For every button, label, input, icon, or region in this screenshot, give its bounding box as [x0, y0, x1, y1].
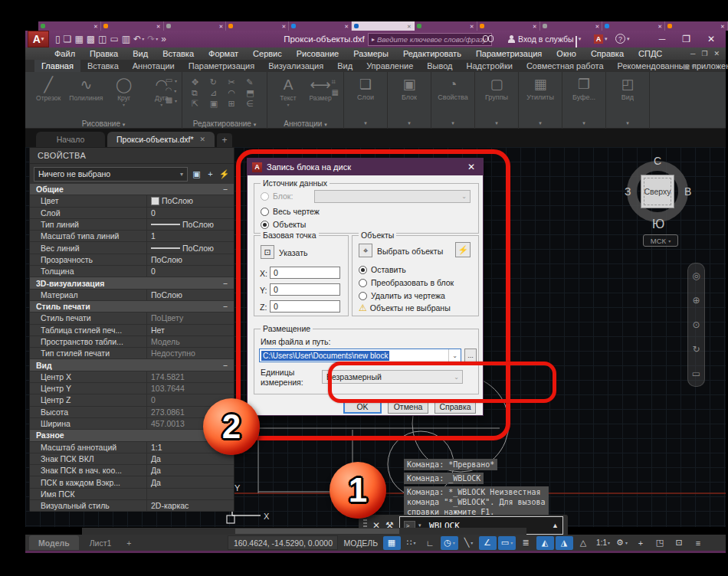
nav-tool-icon[interactable]: ↻	[692, 344, 700, 355]
new-tab-button[interactable]: +	[217, 133, 232, 147]
property-value[interactable]: 0	[146, 208, 234, 218]
tab-close-icon[interactable]: ✕	[720, 24, 725, 29]
property-row[interactable]: Визуальный стиль 2D-каркас	[30, 500, 234, 512]
small-tool-icon[interactable]: ▦	[332, 88, 339, 97]
panel-title[interactable]: Рисование ▾	[25, 119, 182, 128]
property-value[interactable]: Недоступно	[146, 348, 234, 358]
edit-tool-icon[interactable]: ⬒	[246, 88, 259, 98]
property-row[interactable]: Вид	[30, 359, 234, 371]
ribbon-button[interactable]: ∿ Полилиния	[69, 77, 103, 107]
edit-tool-icon[interactable]: ⇱	[192, 99, 205, 109]
viewcube-top-face[interactable]: Сверху	[641, 175, 674, 208]
ribbon-button[interactable]: А Текст ▾	[275, 77, 301, 107]
background-browser-tab[interactable]: ✕	[415, 21, 477, 31]
tab-start[interactable]: Начало	[36, 132, 105, 147]
status-toggle-icon[interactable]: ∷▾	[402, 536, 420, 550]
status-toggle-icon[interactable]: ⚙▾	[613, 536, 631, 550]
edit-tool-icon[interactable]: ⧉	[192, 88, 205, 98]
model-space-label[interactable]: МОДЕЛЬ	[343, 538, 378, 548]
panel-title[interactable]: Аннотации ▾	[267, 119, 343, 128]
menu-item[interactable]: Параметризация	[476, 49, 542, 58]
property-row[interactable]: Материал ПоСлою	[30, 290, 234, 301]
property-row[interactable]: ПСК в каждом Вэкр... Да	[30, 476, 234, 488]
ribbon-button[interactable]: ╱ Отрезок	[31, 77, 65, 107]
menu-item[interactable]: Формат	[208, 49, 238, 58]
property-value[interactable]: ПоСлою	[146, 290, 234, 300]
property-row[interactable]: 3D-визуализация	[30, 277, 234, 289]
palette-tool-icon[interactable]: +	[205, 169, 216, 180]
property-row[interactable]: Центр Y 103.7644	[30, 383, 234, 394]
ribbon-button[interactable]: ◯ Круг ▾	[107, 77, 141, 107]
tab-close-icon[interactable]: ✕	[657, 24, 662, 29]
property-row[interactable]: Толщина 0	[30, 266, 234, 277]
layout-tab[interactable]: Модель	[29, 535, 79, 550]
small-tool-icon[interactable]: ▩ ▾	[166, 96, 177, 104]
property-value[interactable]: 2D-каркас	[146, 500, 234, 511]
viewcube-east[interactable]: В	[684, 185, 691, 198]
background-browser-tab[interactable]: ✕	[352, 21, 415, 31]
property-value[interactable]: ПоСлою	[146, 195, 234, 206]
property-row[interactable]: Стиль печати	[30, 301, 234, 313]
edit-tool-icon[interactable]: ◠	[228, 88, 241, 98]
viewcube-west[interactable]: З	[625, 185, 631, 198]
ribbon-panel-button[interactable]: ◰ Вид ▾	[606, 72, 650, 129]
viewcube-south[interactable]: Ю	[652, 218, 664, 231]
tab-current-drawing[interactable]: Прокси-объекты.dxf*✕	[107, 132, 215, 147]
background-browser-tab[interactable]: ✕	[164, 21, 227, 31]
palette-title[interactable]: СВОЙСТВА	[30, 148, 234, 164]
background-browser-tab[interactable]: ✕	[477, 21, 540, 31]
property-value[interactable]: Да	[146, 453, 234, 464]
property-row[interactable]: Стиль печати ПоЦвету	[30, 313, 234, 324]
ribbon-panel-button[interactable]: ▣ Блок ▾	[388, 72, 431, 129]
menu-item[interactable]: Правка	[90, 49, 118, 58]
edit-tool-icon[interactable]: ↻	[210, 77, 223, 87]
help-search-input[interactable]: ▸ Введите ключевое слово/фразу	[368, 33, 492, 46]
menu-item[interactable]: СПДС	[638, 49, 662, 58]
property-value[interactable]: 0	[146, 266, 234, 277]
autocad-logo-menu[interactable]: A▾	[28, 31, 49, 47]
status-toggle-icon[interactable]: ◳	[651, 536, 669, 550]
property-row[interactable]: Вес линий ПоСлою	[30, 242, 234, 254]
autodesk-app-icon[interactable]: A▾	[594, 34, 608, 44]
ribbon-tab[interactable]: Совместная работа	[520, 60, 611, 72]
tab-close-icon[interactable]: ✕	[156, 24, 161, 29]
property-value[interactable]: Нет	[146, 325, 234, 335]
property-row[interactable]: Масштаб типа линий 1	[30, 231, 234, 242]
property-row[interactable]: Общие	[30, 184, 234, 195]
menu-item[interactable]: Справка	[591, 49, 624, 58]
edit-tool-icon[interactable]: ✂	[228, 77, 241, 87]
property-row[interactable]: Прозрачность ПоСлою	[30, 254, 234, 266]
document-window-controls[interactable]: ─❐✕	[690, 50, 720, 57]
status-toggle-icon[interactable]: ≡	[690, 536, 707, 550]
qat-button[interactable]: ❏	[64, 34, 72, 44]
background-browser-tab[interactable]: ✕	[289, 21, 352, 31]
tab-close-icon[interactable]: ✕	[595, 24, 599, 29]
tab-close-icon[interactable]: ✕	[407, 24, 412, 29]
signin-button[interactable]: Вход в службы▾	[508, 34, 581, 44]
property-row[interactable]: Слой 0	[30, 208, 234, 219]
tab-close-icon[interactable]: ✕	[219, 24, 224, 29]
ribbon-tab[interactable]: Вставка	[80, 60, 126, 72]
ribbon-tab[interactable]: Рекомендованные приложения	[611, 60, 728, 72]
property-row[interactable]: Высота 273.0861	[30, 407, 234, 418]
qat-button[interactable]: »	[161, 34, 166, 44]
ribbon-panel-button[interactable]: ❐ Буфе... ▾	[562, 72, 606, 129]
ribbon-panel-button[interactable]: ◔ Свойства ▾	[431, 72, 475, 129]
background-browser-tab[interactable]: ✕	[38, 21, 101, 31]
palette-tool-icon[interactable]: ⚡	[218, 169, 230, 180]
edit-tool-icon[interactable]: ⊿	[210, 88, 223, 98]
status-toggle-icon[interactable]: ◮	[556, 536, 573, 550]
small-tool-icon[interactable]: ⌗	[332, 77, 339, 87]
menu-item[interactable]: Редактировать	[403, 49, 461, 58]
ribbon-tab[interactable]: Вывод	[420, 60, 459, 72]
tab-close-icon[interactable]: ✕	[93, 24, 98, 29]
ribbon-tab[interactable]: Визуализация	[261, 60, 330, 72]
property-row[interactable]: Масштаб аннотаций 1:1	[30, 442, 234, 453]
ribbon-tab[interactable]: Управление	[359, 60, 420, 72]
menu-item[interactable]: Сервис	[253, 49, 282, 58]
viewcube-north[interactable]: С	[654, 155, 661, 167]
navigation-bar[interactable]: ◎⊕⊙↻▭	[687, 263, 705, 387]
status-toggle-icon[interactable]: ∟	[421, 536, 439, 550]
property-value[interactable]: ПоЦвету	[146, 313, 234, 323]
help-icon[interactable]: ?▾	[615, 34, 630, 44]
